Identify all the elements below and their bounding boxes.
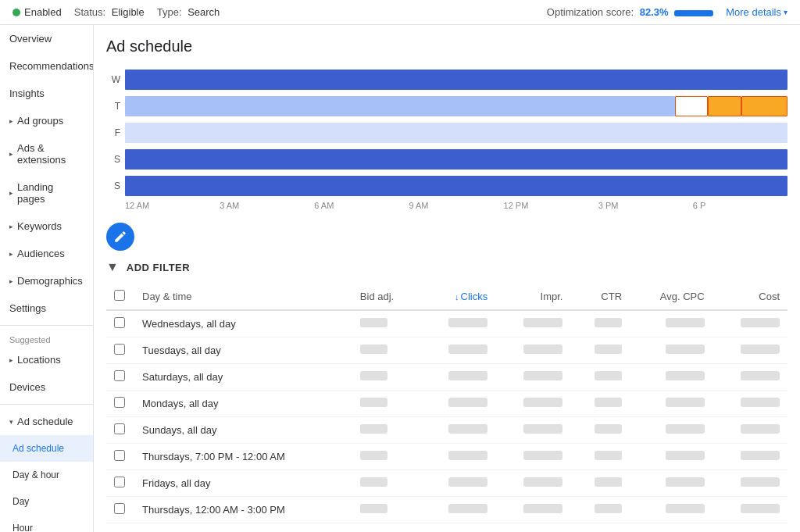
col-header-clicks[interactable]: ↓Clicks	[420, 284, 495, 310]
row-bid-adj	[352, 497, 420, 523]
table-header-row: Day & time Bid adj. ↓Clicks Impr. CTR Av…	[106, 284, 788, 310]
sidebar-item-insights[interactable]: Insights	[0, 80, 93, 107]
col-header-cost[interactable]: Cost	[712, 284, 788, 310]
sidebar-item-settings[interactable]: Settings	[0, 295, 93, 322]
sidebar-item-devices-label: Devices	[9, 381, 45, 393]
sidebar-item-day-hour[interactable]: Day & hour	[0, 462, 93, 488]
row-checkbox-cell	[106, 417, 134, 444]
row-checkbox[interactable]	[114, 397, 125, 408]
row-impr	[495, 497, 570, 523]
row-impr	[495, 391, 570, 417]
sort-down-icon: ↓	[455, 292, 459, 302]
col-header-avg-cpc[interactable]: Avg. CPC	[630, 284, 712, 310]
sidebar-item-ad-groups[interactable]: ▸ Ad groups	[0, 107, 93, 134]
xaxis-label-12pm: 12 PM	[504, 201, 598, 210]
chart-xaxis: 12 AM 3 AM 6 AM 9 AM 12 PM 3 PM 6 P	[106, 201, 788, 210]
sidebar-item-audiences[interactable]: ▸ Audiences	[0, 240, 93, 267]
row-day-time: Wednesdays, all day	[134, 310, 352, 337]
sidebar-item-keywords-label: Keywords	[17, 220, 62, 232]
col-header-ctr[interactable]: CTR	[570, 284, 630, 310]
row-ctr	[570, 310, 630, 337]
type-section: Type: Search	[157, 6, 220, 18]
xaxis-label-12am: 12 AM	[125, 201, 220, 210]
row-impr	[495, 417, 570, 444]
xaxis-label-9am: 9 AM	[409, 201, 503, 210]
chart-label-s1: S	[106, 154, 120, 165]
row-checkbox[interactable]	[114, 344, 125, 355]
row-checkbox-cell	[106, 364, 134, 391]
row-cost	[712, 497, 788, 523]
table-row: Thursdays, 7:00 PM - 12:00 AM	[106, 444, 788, 470]
row-ctr	[570, 444, 630, 470]
sidebar-item-recommendations[interactable]: Recommendations	[0, 52, 93, 80]
col-header-day-time[interactable]: Day & time	[134, 284, 352, 310]
row-ctr	[570, 337, 630, 364]
sidebar-item-audiences-label: Audiences	[17, 248, 65, 259]
row-cost	[712, 391, 788, 417]
row-ctr	[570, 364, 630, 391]
table-row: Tuesdays, all day	[106, 337, 788, 364]
sidebar-item-day[interactable]: Day	[0, 488, 93, 515]
table-row: Mondays, all day	[106, 391, 788, 417]
col-header-impr[interactable]: Impr.	[495, 284, 570, 310]
opt-value: 82.3%	[640, 6, 669, 18]
sidebar-item-demographics[interactable]: ▸ Demographics	[0, 267, 93, 295]
sidebar-item-day-hour-label: Day & hour	[12, 470, 59, 480]
type-value: Search	[188, 6, 220, 18]
edit-fab-button[interactable]	[106, 223, 134, 251]
add-filter-button[interactable]: ADD FILTER	[127, 262, 190, 273]
sidebar-item-day-label: Day	[12, 496, 29, 507]
row-ctr	[570, 417, 630, 444]
row-checkbox[interactable]	[114, 370, 125, 381]
sidebar-item-ads-extensions[interactable]: ▸ Ads & extensions	[0, 134, 93, 173]
chevron-icon: ▸	[9, 189, 13, 197]
chart-label-w: W	[106, 74, 120, 85]
table-row: Fridays, all day	[106, 470, 788, 497]
row-cost	[712, 444, 788, 470]
row-day-time: Saturdays, all day	[134, 364, 352, 391]
row-checkbox[interactable]	[114, 477, 125, 487]
select-all-checkbox[interactable]	[114, 290, 125, 301]
layout: Overview Recommendations Insights ▸ Ad g…	[0, 25, 800, 532]
sidebar-item-ad-groups-label: Ad groups	[17, 115, 63, 127]
row-impr	[495, 470, 570, 497]
sidebar-item-locations[interactable]: ▸ Locations	[0, 346, 93, 373]
enabled-label: Enabled	[24, 6, 62, 18]
sidebar-item-ad-schedule-sub[interactable]: Ad schedule	[0, 435, 93, 462]
row-clicks	[420, 417, 495, 444]
chart-label-s2: S	[106, 180, 120, 191]
row-clicks	[420, 497, 495, 523]
row-avg-cpc	[630, 497, 712, 523]
row-checkbox[interactable]	[114, 503, 125, 514]
page-title: Ad schedule	[106, 37, 788, 55]
chevron-icon: ▸	[9, 150, 13, 158]
col-header-bid-adj[interactable]: Bid adj.	[352, 284, 420, 310]
filter-icon: ▼	[106, 260, 119, 274]
chart-bar-f	[125, 123, 788, 143]
row-bid-adj	[352, 391, 420, 417]
sidebar-item-hour[interactable]: Hour	[0, 515, 93, 532]
chart-bar-area-s2	[125, 176, 788, 196]
sidebar-item-overview[interactable]: Overview	[0, 25, 93, 52]
row-checkbox[interactable]	[114, 450, 125, 461]
sidebar-item-overview-label: Overview	[9, 33, 52, 45]
row-clicks	[420, 444, 495, 470]
row-cost	[712, 470, 788, 497]
row-bid-adj	[352, 310, 420, 337]
col-header-check	[106, 284, 134, 310]
row-checkbox[interactable]	[114, 317, 125, 328]
status-section: Status: Eligible	[74, 6, 145, 18]
sidebar-item-devices[interactable]: Devices	[0, 373, 93, 401]
chart-bar-s1	[125, 149, 788, 170]
sidebar-item-keywords[interactable]: ▸ Keywords	[0, 212, 93, 240]
sidebar-item-ad-schedule-group[interactable]: ▾ Ad schedule	[0, 408, 93, 435]
table-row: Thursdays, 12:00 AM - 3:00 PM	[106, 497, 788, 523]
row-cost	[712, 337, 788, 364]
row-checkbox[interactable]	[114, 423, 125, 434]
more-details-button[interactable]: More details ▾	[726, 6, 788, 18]
sidebar-item-landing-pages[interactable]: ▸ Landing pages	[0, 173, 93, 212]
table-row: Wednesdays, all day	[106, 310, 788, 337]
sidebar-item-ad-schedule-sub-label: Ad schedule	[12, 443, 64, 454]
xaxis-label-6p: 6 P	[693, 201, 788, 210]
row-checkbox-cell	[106, 497, 134, 523]
